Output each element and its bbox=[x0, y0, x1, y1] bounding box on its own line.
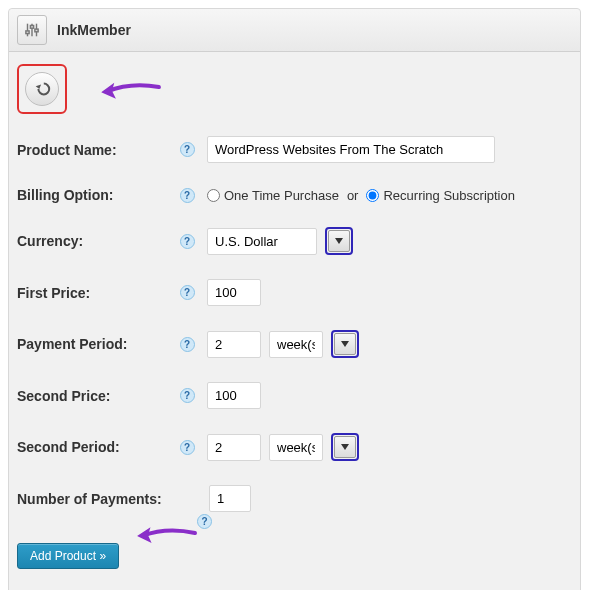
label-first-price: First Price: bbox=[17, 285, 167, 301]
dropdown-highlight-annotation bbox=[325, 227, 353, 255]
radio-one-time[interactable] bbox=[207, 189, 220, 202]
footer-row: Add Product » bbox=[9, 533, 580, 577]
help-icon[interactable]: ? bbox=[197, 514, 212, 529]
radio-recurring[interactable] bbox=[366, 189, 379, 202]
number-of-payments-input[interactable] bbox=[209, 485, 251, 512]
back-button[interactable] bbox=[25, 72, 59, 106]
second-price-input[interactable] bbox=[207, 382, 261, 409]
row-second-price: Second Price: ? bbox=[9, 370, 580, 421]
add-product-button[interactable]: Add Product » bbox=[17, 543, 119, 569]
back-row bbox=[9, 60, 580, 124]
row-currency: Currency: ? bbox=[9, 215, 580, 267]
payment-period-input[interactable] bbox=[207, 331, 261, 358]
first-price-input[interactable] bbox=[207, 279, 261, 306]
label-number-of-payments: Number of Payments: bbox=[17, 491, 187, 507]
payment-period-dropdown-button[interactable] bbox=[334, 333, 356, 355]
dropdown-highlight-annotation bbox=[331, 433, 359, 461]
panel-header: InkMember bbox=[9, 9, 580, 52]
help-icon[interactable]: ? bbox=[180, 337, 195, 352]
label-payment-period: Payment Period: bbox=[17, 336, 167, 352]
inkmember-panel: InkMember Product Name: ? B bbox=[8, 8, 581, 590]
label-second-period: Second Period: bbox=[17, 439, 167, 455]
row-second-period: Second Period: ? bbox=[9, 421, 580, 473]
label-one-time: One Time Purchase bbox=[224, 188, 339, 203]
second-period-input[interactable] bbox=[207, 434, 261, 461]
currency-dropdown-button[interactable] bbox=[328, 230, 350, 252]
help-icon[interactable]: ? bbox=[180, 285, 195, 300]
row-first-price: First Price: ? bbox=[9, 267, 580, 318]
help-icon[interactable]: ? bbox=[180, 142, 195, 157]
help-icon[interactable]: ? bbox=[180, 440, 195, 455]
help-icon[interactable]: ? bbox=[180, 234, 195, 249]
row-product-name: Product Name: ? bbox=[9, 124, 580, 175]
panel-body: Product Name: ? Billing Option: ? One Ti… bbox=[9, 52, 580, 590]
back-highlight-annotation bbox=[17, 64, 67, 114]
product-name-input[interactable] bbox=[207, 136, 495, 163]
panel-title: InkMember bbox=[57, 22, 131, 38]
svg-rect-4 bbox=[30, 26, 33, 29]
payment-period-unit-input[interactable] bbox=[269, 331, 323, 358]
label-recurring: Recurring Subscription bbox=[383, 188, 515, 203]
settings-sliders-icon bbox=[17, 15, 47, 45]
row-billing-option: Billing Option: ? One Time Purchase or R… bbox=[9, 175, 580, 215]
label-currency: Currency: bbox=[17, 233, 167, 249]
undo-icon bbox=[33, 80, 51, 98]
label-second-price: Second Price: bbox=[17, 388, 167, 404]
second-period-unit-input[interactable] bbox=[269, 434, 323, 461]
label-or: or bbox=[347, 188, 359, 203]
label-billing-option: Billing Option: bbox=[17, 187, 167, 203]
row-number-of-payments: Number of Payments: bbox=[9, 473, 580, 514]
second-period-dropdown-button[interactable] bbox=[334, 436, 356, 458]
help-icon[interactable]: ? bbox=[180, 388, 195, 403]
row-nop-help: ? bbox=[9, 514, 580, 533]
help-icon[interactable]: ? bbox=[180, 188, 195, 203]
svg-rect-3 bbox=[26, 31, 29, 34]
label-product-name: Product Name: bbox=[17, 142, 167, 158]
currency-input[interactable] bbox=[207, 228, 317, 255]
dropdown-highlight-annotation bbox=[331, 330, 359, 358]
svg-rect-5 bbox=[35, 29, 38, 32]
annotation-arrow-icon bbox=[100, 75, 162, 103]
row-payment-period: Payment Period: ? bbox=[9, 318, 580, 370]
